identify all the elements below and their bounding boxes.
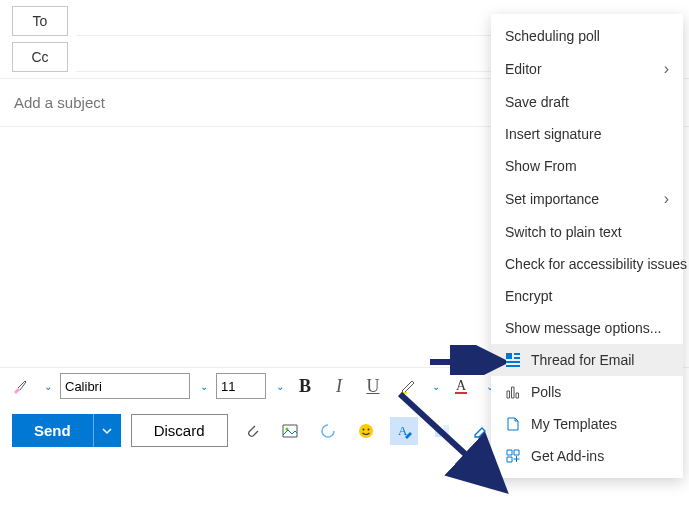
svg-rect-0 bbox=[401, 392, 407, 394]
chevron-right-icon: › bbox=[664, 190, 669, 208]
cc-button[interactable]: Cc bbox=[12, 42, 68, 72]
thread-icon bbox=[505, 352, 521, 368]
svg-rect-17 bbox=[512, 387, 515, 398]
svg-text:A: A bbox=[456, 378, 467, 393]
svg-point-7 bbox=[367, 428, 369, 430]
menu-item-get-add-ins[interactable]: Get Add-ins bbox=[491, 440, 683, 472]
menu-item-label: Thread for Email bbox=[531, 352, 634, 368]
chevron-right-icon: › bbox=[664, 60, 669, 78]
menu-item-show-message-options[interactable]: Show message options... bbox=[491, 312, 683, 344]
image-icon[interactable] bbox=[276, 417, 304, 445]
text-format-icon[interactable]: A bbox=[390, 417, 418, 445]
bold-button[interactable]: B bbox=[292, 372, 318, 400]
templates-icon bbox=[505, 416, 521, 432]
svg-rect-16 bbox=[507, 391, 510, 398]
menu-item-label: Polls bbox=[531, 384, 561, 400]
font-size-select[interactable] bbox=[216, 373, 266, 399]
svg-point-6 bbox=[362, 428, 364, 430]
underline-button[interactable]: U bbox=[360, 372, 386, 400]
svg-rect-18 bbox=[516, 393, 519, 398]
svg-point-5 bbox=[359, 424, 373, 438]
highlight-icon[interactable] bbox=[394, 372, 422, 400]
menu-item-label: Check for accessibility issues bbox=[505, 256, 687, 272]
send-options-button[interactable] bbox=[93, 414, 121, 447]
addins-icon bbox=[505, 448, 521, 464]
font-name-select[interactable] bbox=[60, 373, 190, 399]
svg-rect-11 bbox=[506, 353, 512, 359]
attach-icon[interactable] bbox=[238, 417, 266, 445]
chevron-down-icon[interactable]: ⌄ bbox=[432, 381, 440, 392]
more-actions-menu: Scheduling pollEditor›Save draftInsert s… bbox=[491, 14, 683, 478]
send-group: Send bbox=[12, 414, 121, 447]
chevron-down-icon[interactable]: ⌄ bbox=[44, 381, 52, 392]
menu-item-my-templates[interactable]: My Templates bbox=[491, 408, 683, 440]
svg-rect-2 bbox=[455, 392, 467, 394]
menu-item-label: Get Add-ins bbox=[531, 448, 604, 464]
menu-item-check-for-accessibility-issues[interactable]: Check for accessibility issues bbox=[491, 248, 683, 280]
polls-icon bbox=[505, 384, 521, 400]
menu-item-label: Switch to plain text bbox=[505, 224, 622, 240]
menu-item-editor[interactable]: Editor› bbox=[491, 52, 683, 86]
menu-item-insert-signature[interactable]: Insert signature bbox=[491, 118, 683, 150]
menu-item-encrypt[interactable]: Encrypt bbox=[491, 280, 683, 312]
svg-rect-20 bbox=[514, 450, 519, 455]
chevron-down-icon bbox=[101, 425, 113, 437]
chevron-down-icon[interactable]: ⌄ bbox=[200, 381, 208, 392]
svg-rect-15 bbox=[506, 365, 520, 367]
menu-item-label: Insert signature bbox=[505, 126, 602, 142]
svg-rect-21 bbox=[507, 457, 512, 462]
svg-rect-10 bbox=[443, 425, 449, 437]
loop-icon[interactable] bbox=[314, 417, 342, 445]
menu-item-label: Save draft bbox=[505, 94, 569, 110]
menu-item-label: My Templates bbox=[531, 416, 617, 432]
italic-button[interactable]: I bbox=[326, 372, 352, 400]
menu-item-switch-to-plain-text[interactable]: Switch to plain text bbox=[491, 216, 683, 248]
paintbrush-icon[interactable] bbox=[6, 372, 34, 400]
menu-item-show-from[interactable]: Show From bbox=[491, 150, 683, 182]
menu-item-polls[interactable]: Polls bbox=[491, 376, 683, 408]
discard-button[interactable]: Discard bbox=[131, 414, 228, 447]
menu-item-label: Editor bbox=[505, 61, 542, 77]
menu-item-label: Show message options... bbox=[505, 320, 661, 336]
svg-rect-12 bbox=[514, 353, 520, 355]
menu-item-label: Encrypt bbox=[505, 288, 552, 304]
send-button[interactable]: Send bbox=[12, 414, 93, 447]
eraser-icon[interactable] bbox=[466, 417, 494, 445]
menu-item-set-importance[interactable]: Set importance› bbox=[491, 182, 683, 216]
font-color-icon[interactable]: A bbox=[448, 372, 476, 400]
chevron-down-icon[interactable]: ⌄ bbox=[276, 381, 284, 392]
menu-item-scheduling-poll[interactable]: Scheduling poll bbox=[491, 20, 683, 52]
menu-item-label: Scheduling poll bbox=[505, 28, 600, 44]
menu-item-save-draft[interactable]: Save draft bbox=[491, 86, 683, 118]
svg-rect-13 bbox=[514, 357, 520, 359]
svg-rect-14 bbox=[506, 361, 520, 363]
menu-item-label: Set importance bbox=[505, 191, 599, 207]
svg-rect-19 bbox=[507, 450, 512, 455]
to-button[interactable]: To bbox=[12, 6, 68, 36]
emoji-icon[interactable] bbox=[352, 417, 380, 445]
menu-item-label: Show From bbox=[505, 158, 577, 174]
menu-item-thread-for-email[interactable]: Thread for Email bbox=[491, 344, 683, 376]
addin-icon[interactable] bbox=[428, 417, 456, 445]
svg-rect-9 bbox=[435, 427, 441, 437]
